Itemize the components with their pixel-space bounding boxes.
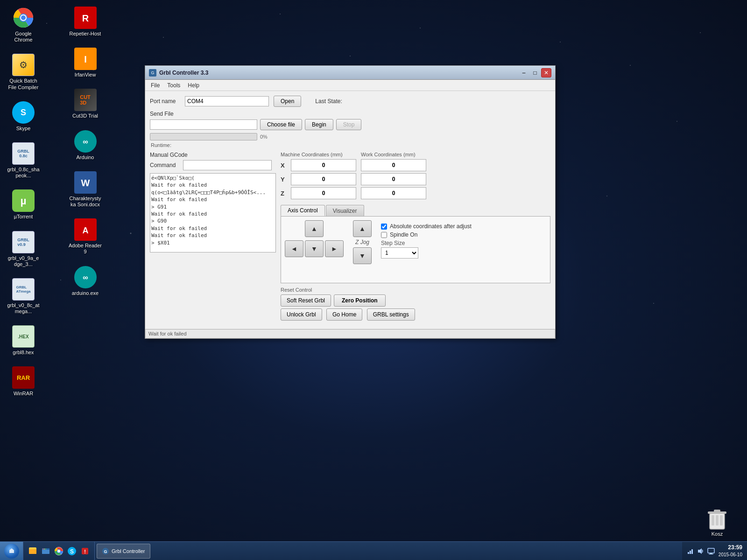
svg-text:G: G [104, 549, 107, 554]
work-z-input[interactable] [361, 187, 426, 199]
start-button[interactable] [0, 542, 23, 560]
desktop-icon-google-chrome[interactable]: Google Chrome [5, 5, 42, 45]
z-up-button[interactable]: ▲ [353, 220, 372, 237]
desktop-icon-skype[interactable]: S Skype [5, 99, 42, 133]
utorrent-icon: µ [12, 189, 35, 212]
command-input[interactable] [183, 160, 272, 170]
machine-z-row: Z [281, 187, 356, 199]
abs-coords-checkbox[interactable] [381, 224, 387, 230]
display-tray-icon [707, 547, 715, 555]
svg-rect-22 [716, 515, 719, 525]
menu-file[interactable]: File [147, 81, 163, 90]
open-button[interactable]: Open [274, 96, 301, 107]
minimize-button[interactable]: – [519, 68, 529, 77]
desktop-icon-grbl-08c[interactable]: GRBL0.8c grbl_0.8c_shapeok... [5, 140, 42, 181]
arduino-exe-icon: ∞ [74, 266, 97, 288]
ql-exe-taskbar-icon[interactable]: ! [79, 546, 91, 557]
svg-text:S: S [70, 548, 74, 555]
machine-y-input[interactable] [291, 173, 356, 185]
spindle-checkbox[interactable] [381, 232, 387, 238]
close-button[interactable]: ✕ [541, 68, 551, 77]
menu-help[interactable]: Help [184, 81, 203, 90]
port-select[interactable]: COM4 COM1 COM2 COM3 COM5 [185, 96, 269, 106]
stop-button[interactable]: Stop [336, 119, 362, 130]
begin-button[interactable]: Begin [305, 119, 333, 130]
machine-z-input[interactable] [291, 187, 356, 199]
jog-right-button[interactable]: ► [325, 240, 344, 257]
clock-date: 2015-06-10 [719, 552, 742, 558]
choose-file-button[interactable]: Choose file [260, 119, 302, 130]
window-controls: – □ ✕ [519, 68, 551, 77]
zero-position-button[interactable]: Zero Position [334, 294, 386, 307]
clock-time: 23:59 [719, 544, 742, 552]
ql-explorer-icon[interactable] [27, 546, 38, 557]
maximize-button[interactable]: □ [530, 68, 540, 77]
repetier-label: Repetier-Host [70, 31, 101, 37]
jog-empty-tl [285, 220, 303, 237]
svg-text:I: I [84, 54, 87, 64]
taskbar-grbl-item[interactable]: G Grbl Controller [97, 544, 150, 559]
desktop-icon-irfanview[interactable]: I IrfanView [67, 46, 104, 80]
z-down-button[interactable]: ▼ [353, 247, 372, 264]
machine-x-row: X [281, 159, 356, 171]
desktop-icon-adobe[interactable]: A Adobe Reader 9 [67, 217, 104, 257]
work-coords-header: Work Coordinates (mm) [361, 152, 426, 157]
work-x-input[interactable] [361, 159, 426, 171]
port-section: Port name COM4 COM1 COM2 COM3 COM5 Open … [150, 96, 550, 107]
svg-rect-50 [709, 554, 713, 554]
desktop-icon-charakterystyka[interactable]: W Charakterystyka Soni.docx [67, 169, 104, 210]
svg-text:∞: ∞ [83, 273, 88, 281]
svg-text:!: ! [84, 549, 86, 554]
desktop-icon-arduino-exe[interactable]: ∞ arduino.exe [67, 264, 104, 298]
system-tray: 23:59 2015-06-10 [682, 542, 747, 560]
desktop-icon-arduino[interactable]: ∞ Arduino [67, 128, 104, 162]
jog-down-button[interactable]: ▼ [305, 240, 324, 257]
kosz-icon-img [706, 509, 728, 531]
soft-reset-button[interactable]: Soft Reset Grbl [281, 294, 331, 307]
step-size-select[interactable]: 1 0.1 0.5 5 10 50 100 [381, 247, 418, 259]
svg-rect-48 [708, 548, 714, 553]
jog-up-button[interactable]: ▲ [305, 220, 324, 237]
ql-chrome-taskbar-icon[interactable] [53, 546, 64, 557]
tab-content-axis-control: ▲ ◄ ▼ ► [281, 216, 550, 283]
svg-rect-44 [688, 552, 689, 554]
jog-empty-bm [305, 260, 324, 277]
unlock-grbl-button[interactable]: Unlock Grbl [281, 308, 322, 321]
work-y-input[interactable] [361, 173, 426, 185]
file-path-input[interactable] [150, 119, 257, 130]
ql-skype-taskbar-icon[interactable]: S [66, 546, 78, 557]
log-line-6: > G90 [151, 217, 275, 224]
progress-percent: 0% [260, 134, 268, 140]
machine-x-input[interactable] [291, 159, 356, 171]
tabs-header: Axis Control Visualizer [281, 205, 550, 216]
ql-window-icon[interactable] [40, 546, 51, 557]
jog-left-button[interactable]: ◄ [285, 240, 303, 257]
winrar-icon: RAR [12, 366, 35, 389]
grbl-hex-icon: .HEX [12, 325, 35, 348]
svg-point-34 [45, 548, 46, 549]
go-home-button[interactable]: Go Home [326, 308, 362, 321]
grbl-controller-window: G Grbl Controller 3.3 – □ ✕ File Tools H… [145, 65, 556, 339]
tab-visualizer[interactable]: Visualizer [326, 205, 364, 216]
recycle-bin-icon[interactable]: Kosz [706, 509, 728, 537]
desktop-icon-grbl-hex[interactable]: .HEX grbl8.hex [5, 323, 42, 357]
log-line-4: > G91 [151, 203, 275, 210]
desktop-icon-cut3d[interactable]: CUT3D Cut3D Trial [67, 87, 104, 121]
tab-axis-control[interactable]: Axis Control [281, 205, 325, 216]
log-line-5: Wait for ok failed [151, 210, 275, 217]
desktop-icon-repetier[interactable]: R Repetier-Host [67, 5, 104, 39]
desktop-icon-grbl-v08c-atmega[interactable]: GRBLATmega grbl_v0_8c_atmega... [5, 276, 42, 316]
machine-coords-header: Machine Coordinates (mm) [281, 152, 356, 157]
menu-tools[interactable]: Tools [163, 81, 184, 90]
desktop-icon-winrar[interactable]: RAR WinRAR [5, 364, 42, 399]
grbl-settings-button[interactable]: GRBL settings [367, 308, 415, 321]
log-area[interactable]: é<QNlXp□`Sko□( Wait for ok failed q(o<□1… [150, 173, 276, 252]
desktop-icon-grbl-v09[interactable]: GRBLv0.9 grbl_v0_9a_edge_3... [5, 229, 42, 269]
desktop-icon-quick-batch[interactable]: ⚙ Quick Batch File Compiler [5, 52, 42, 92]
desktop-icon-utorrent[interactable]: µ µTorrent [5, 188, 42, 222]
irfanview-icon: I [74, 48, 97, 70]
command-row: Command [150, 160, 276, 170]
window-content: Port name COM4 COM1 COM2 COM3 COM5 Open … [145, 91, 555, 325]
grbl-v09-label: grbl_v0_9a_edge_3... [7, 255, 40, 267]
cut3d-label: Cut3D Trial [72, 113, 98, 119]
